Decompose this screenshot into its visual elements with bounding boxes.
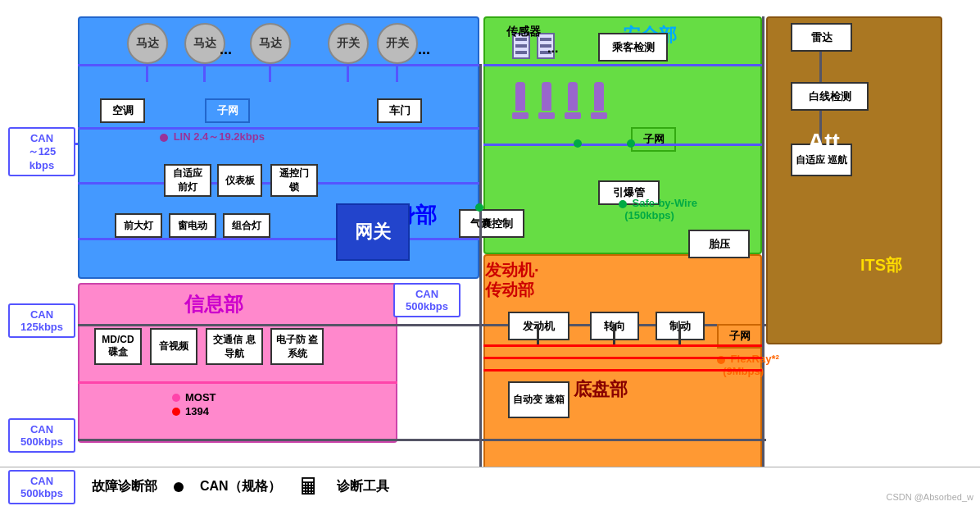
flexray-bus1 (483, 344, 762, 347)
audiovideo-box: 音视频 (150, 328, 197, 365)
v-motor2 (203, 64, 206, 82)
detonator-area (512, 82, 607, 119)
1394-dot (172, 408, 180, 416)
antitheft-box: 电子防 盗系统 (270, 328, 324, 365)
can1-box: CAN ～125 kbps (8, 127, 75, 176)
can1-h (75, 143, 78, 145)
switch2-node: 开关 (377, 23, 418, 64)
mdcd-box: MD/CD 碟盒 (94, 328, 142, 365)
v-switch2 (396, 64, 398, 82)
v-steering (613, 324, 615, 344)
body-top-bus (78, 64, 479, 66)
autotrans-box: 自动变 速箱 (508, 381, 569, 418)
dot-safety-bus1 (475, 203, 483, 212)
engine-title: 发动机· (485, 259, 539, 281)
v-motor3 (269, 64, 271, 82)
whiteline-box: 白线检测 (791, 82, 869, 111)
frontlight-box: 前大灯 (115, 213, 162, 238)
can-spec-label: CAN（规格） (200, 478, 281, 495)
diag-tool-icon: 🖩 (297, 473, 320, 500)
dot-safety-bus2 (574, 139, 582, 148)
radar-box: 雷达 (791, 23, 852, 52)
body-bottom-bus (78, 238, 479, 240)
info-pink-bus (78, 381, 397, 384)
motor1-node: 马达 (127, 23, 168, 64)
dots-motors: ... (220, 41, 232, 58)
switch1-node: 开关 (328, 23, 369, 64)
can2-box: CAN 125kbps (8, 303, 75, 338)
v-engine (537, 324, 539, 344)
subnet-safety-box: 子网 (631, 127, 676, 152)
flexray-bus3 (483, 369, 762, 372)
transmission-title: 传动部 (485, 279, 534, 301)
safebywire-label: Safe-by-Wire (150kbps) (619, 197, 697, 221)
flexray-bus2 (483, 357, 762, 359)
watermark: CSDN @Absorbed_w (886, 492, 973, 502)
passenger-box: 乘客检测 (598, 33, 668, 62)
tirepressure-box: 胎压 (688, 230, 750, 258)
can4-box: CAN 500kbps (393, 283, 461, 317)
info-title: 信息部 (184, 291, 243, 317)
dashboard-box: 仪表板 (217, 164, 262, 197)
subnet-body-box: 子网 (205, 98, 250, 123)
main-v-bus (479, 64, 482, 474)
gateway-box: 网关 (336, 203, 410, 261)
bottom-can-box: CAN500kbps (8, 470, 75, 504)
diag-label: 诊断工具 (337, 478, 389, 495)
dots-sensors: ... (547, 41, 558, 56)
safety-top-bus (483, 64, 762, 66)
section-its (766, 16, 942, 344)
fault-label: 故障诊断部 (92, 478, 157, 495)
chassis-title: 底盘部 (574, 377, 628, 402)
its-v1 (819, 52, 822, 82)
lin-label: LIN 2.4～19.2kbps (160, 130, 265, 144)
legend-dot (174, 482, 184, 492)
door-box: 车门 (377, 98, 422, 123)
adaptive-box: 自适应 前灯 (164, 164, 211, 197)
v-switch1 (347, 64, 349, 82)
windowmotor-box: 窗电动 (169, 213, 216, 238)
safety-mid-bus (483, 144, 762, 146)
main-h-bus2 (78, 439, 766, 441)
aircon-box: 空调 (100, 98, 145, 123)
1394-label: 1394 (185, 405, 209, 417)
v-motor1 (146, 64, 148, 82)
most-label: MOST (185, 391, 216, 403)
its-title: ITS部 (860, 254, 902, 276)
bottom-bar: CAN500kbps 故障诊断部 CAN（规格） 🖩 诊断工具 (0, 467, 980, 506)
att-label: Att (808, 129, 840, 155)
sensor-label: 传感器 (506, 25, 541, 39)
airbag-box: 气囊控制 (459, 209, 524, 238)
dot-safety-bus3 (627, 139, 635, 148)
main-container: 车身部 安全部 ITS部 信息部 发动机· 传动部 底盘部 马达 马达 马达 .… (0, 0, 980, 506)
motor3-node: 马达 (250, 23, 291, 64)
combolight-box: 组合灯 (223, 213, 270, 238)
remotelock-box: 遥控门 锁 (270, 164, 318, 197)
can3-box: CAN 500kbps (8, 418, 75, 453)
dots-switches: ... (418, 41, 430, 58)
body-lin-bus (78, 127, 479, 130)
v-brake (678, 324, 681, 344)
most-dot (172, 394, 180, 402)
trafficnav-box: 交通信 息导航 (206, 328, 263, 365)
right-v-bus (762, 16, 764, 467)
